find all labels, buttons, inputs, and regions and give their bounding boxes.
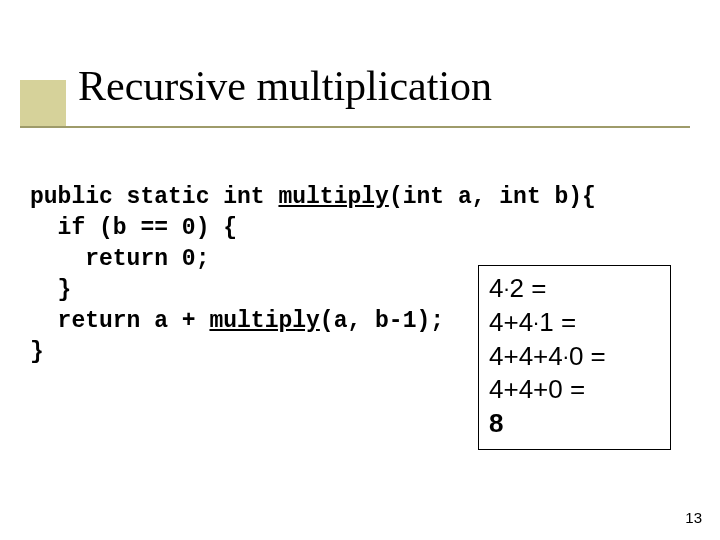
code-line-4: } (30, 277, 71, 303)
title-underline (20, 126, 690, 128)
code-line-5c: (a, b-1); (320, 308, 444, 334)
calc-row-1: 4·2 = (489, 272, 660, 306)
code-line-1a: public static int (30, 184, 278, 210)
calc-row-3: 4+4+4·0 = (489, 340, 660, 374)
page-number: 13 (685, 509, 702, 526)
calc-r1a: 4 (489, 273, 503, 303)
title-accent-square (20, 80, 66, 126)
calc-row-4: 4+4+0 = (489, 373, 660, 407)
calc-row-5: 8 (489, 407, 660, 441)
title-block: Recursive multiplication (20, 62, 700, 110)
code-line-1b: multiply (278, 184, 388, 210)
slide: Recursive multiplication public static i… (0, 0, 720, 540)
code-line-1c: (int a, int b){ (389, 184, 596, 210)
calc-r2a: 4+4 (489, 307, 533, 337)
calc-r3b: 0 = (569, 341, 606, 371)
code-line-5b: multiply (209, 308, 319, 334)
calc-row-2: 4+4·1 = (489, 306, 660, 340)
code-line-3: return 0; (30, 246, 209, 272)
calc-r2b: 1 = (539, 307, 576, 337)
slide-title: Recursive multiplication (78, 62, 700, 110)
code-line-2: if (b == 0) { (30, 215, 237, 241)
code-line-5a: return a + (30, 308, 209, 334)
calc-box: 4·2 = 4+4·1 = 4+4+4·0 = 4+4+0 = 8 (478, 265, 671, 450)
calc-r3a: 4+4+4 (489, 341, 563, 371)
code-line-6: } (30, 339, 44, 365)
calc-r1b: 2 = (510, 273, 547, 303)
